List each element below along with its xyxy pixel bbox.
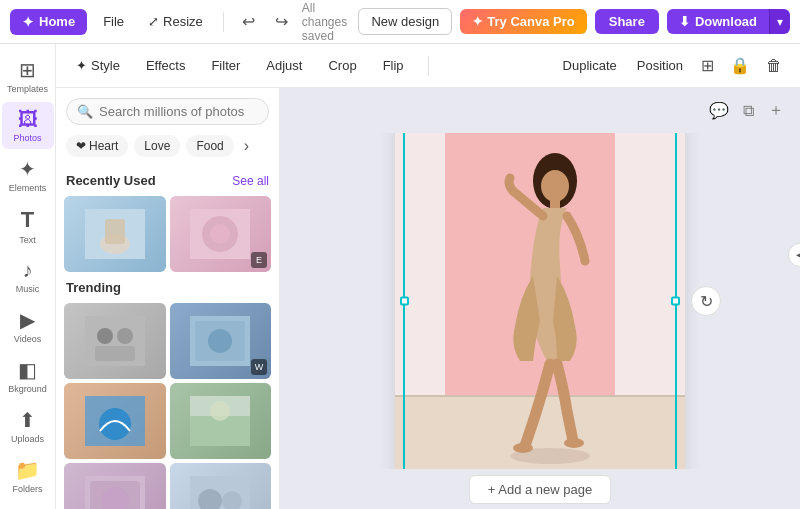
refresh-button[interactable]: ↻ [691,286,721,316]
trending-photo-6[interactable] [170,463,272,509]
new-design-button[interactable]: New design [358,8,452,35]
grid-icon-button[interactable]: ⊞ [697,52,718,79]
canvas-top-actions: 💬 ⧉ ＋ [280,88,800,133]
videos-icon: ▶ [20,308,35,332]
effects-button[interactable]: Effects [140,54,192,77]
resize-icon: ⤢ [148,14,159,29]
position-button[interactable]: Position [631,54,689,77]
add-page-bar: + Add a new page [280,469,800,509]
share-button[interactable]: Share [595,9,659,34]
download-button[interactable]: ⬇ Download [667,9,769,34]
sidebar-item-folders[interactable]: 📁 Folders [2,452,54,500]
download-icon: ⬇ [679,14,690,29]
filter-button[interactable]: Filter [205,54,246,77]
toolbar: ✦ Style Effects Filter Adjust Crop Flip … [56,44,800,88]
crop-button[interactable]: Crop [322,54,362,77]
search-bar[interactable]: 🔍 [66,98,269,125]
recent-photo-2[interactable]: E [170,196,272,272]
uploads-icon: ⬆ [19,408,36,432]
trending-photo-2[interactable]: W [170,303,272,379]
sidebar-item-more[interactable]: ••• More [2,502,54,509]
panel-scroll: Recently Used See all [56,165,279,509]
text-label: Text [19,235,36,245]
recent-photo-1[interactable] [64,196,166,272]
see-all-button[interactable]: See all [232,174,269,188]
add-page-button[interactable]: + Add a new page [469,475,611,504]
trending-header: Trending [66,280,269,295]
lock-icon-button[interactable]: 🔒 [726,52,754,79]
photos-label: Photos [13,133,41,143]
background-label: Bkground [8,384,47,394]
adjust-button[interactable]: Adjust [260,54,308,77]
recently-used-title: Recently Used [66,173,156,188]
trending-photo-4[interactable] [170,383,272,459]
sidebar-item-photos[interactable]: 🖼 Photos [2,102,54,149]
toolbar-right: Duplicate Position ⊞ 🔒 🗑 [557,52,786,79]
canvas-area: 💬 ⧉ ＋ [280,88,800,509]
flip-button[interactable]: Flip [377,54,410,77]
home-button[interactable]: ✦ Home [10,9,87,35]
home-label: Home [39,14,75,29]
main-layout: ⊞ Templates 🖼 Photos ✦ Elements T Text ♪… [0,44,800,509]
sidebar-item-uploads[interactable]: ⬆ Uploads [2,402,54,450]
category-bar: ❤ Heart Love Food › [56,135,279,165]
undo-button[interactable]: ↩ [236,8,261,35]
elements-icon: ✦ [19,157,36,181]
folders-label: Folders [12,484,42,494]
download-arrow-button[interactable]: ▾ [769,9,790,34]
icon-sidebar: ⊞ Templates 🖼 Photos ✦ Elements T Text ♪… [0,44,56,509]
music-icon: ♪ [23,259,33,282]
heart-chip-label: Heart [89,139,118,153]
sidebar-item-videos[interactable]: ▶ Videos [2,302,54,350]
svg-rect-25 [445,133,615,406]
sidebar-item-templates[interactable]: ⊞ Templates [2,52,54,100]
sidebar-item-background[interactable]: ◧ Bkground [2,352,54,400]
category-love[interactable]: Love [134,135,180,157]
saved-status: All changes saved [302,1,351,43]
style-button[interactable]: ✦ Style [70,54,126,77]
trending-photo-1[interactable] [64,303,166,379]
copy-button[interactable]: ⧉ [739,98,758,124]
top-nav: ✦ Home File ⤢ Resize ↩ ↪ All changes sav… [0,0,800,44]
category-heart[interactable]: ❤ Heart [66,135,128,157]
file-button[interactable]: File [95,10,132,33]
badge-icon-t2: W [255,362,264,372]
elements-label: Elements [9,183,47,193]
trending-photo-6-img [170,463,272,509]
resize-label: Resize [163,14,203,29]
try-canva-button[interactable]: ✦ Try Canva Pro [460,9,586,34]
resize-button[interactable]: ⤢ Resize [140,10,211,33]
search-input[interactable] [99,104,258,119]
text-icon: T [21,207,34,233]
category-food[interactable]: Food [186,135,233,157]
photos-icon: 🖼 [18,108,38,131]
sidebar-item-music[interactable]: ♪ Music [2,253,54,300]
sidebar-item-elements[interactable]: ✦ Elements [2,151,54,199]
duplicate-button[interactable]: Duplicate [557,54,623,77]
recently-used-grid: E [64,196,271,272]
try-canva-label: Try Canva Pro [487,14,574,29]
delete-icon-button[interactable]: 🗑 [762,53,786,79]
download-label: Download [695,14,757,29]
svg-point-17 [210,401,230,421]
category-more-button[interactable]: › [240,137,253,155]
trending-photo-5[interactable] [64,463,166,509]
comment-button[interactable]: 💬 [705,97,733,124]
background-icon: ◧ [18,358,37,382]
trending-grid-row3 [64,463,271,509]
trending-photo-3[interactable] [64,383,166,459]
love-chip-label: Love [144,139,170,153]
badge-icon-2: E [256,255,262,265]
svg-point-14 [99,408,131,440]
heart-chip-icon: ❤ [76,139,86,153]
photos-panel: 🔍 ❤ Heart Love Food › [56,88,280,509]
sidebar-item-text[interactable]: T Text [2,201,54,251]
svg-point-8 [117,328,133,344]
nav-divider [223,12,224,32]
add-button[interactable]: ＋ [764,96,788,125]
style-label: Style [91,58,120,73]
redo-button[interactable]: ↪ [269,8,294,35]
trending-photo-3-img [64,383,166,459]
trending-photo-5-img [64,463,166,509]
svg-point-33 [564,438,584,448]
